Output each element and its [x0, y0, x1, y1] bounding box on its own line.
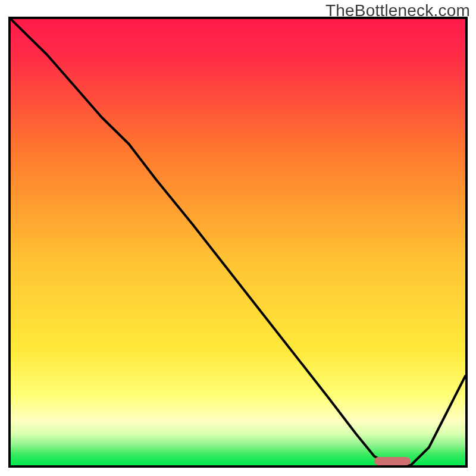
watermark-text: TheBottleneck.com: [325, 1, 470, 20]
gradient-background: [11, 19, 465, 465]
chart-frame: [8, 17, 468, 468]
bottleneck-chart: [11, 19, 465, 465]
optimal-range-marker: [374, 457, 411, 465]
